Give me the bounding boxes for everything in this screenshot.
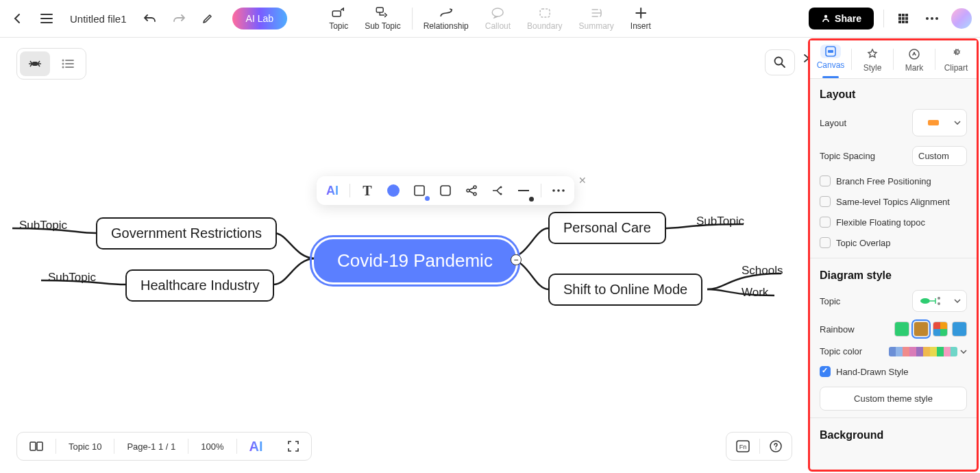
topic-style-row: Topic xyxy=(820,290,967,312)
subtopic-button[interactable]: Sub Topic xyxy=(356,3,408,34)
layout-row: Layout xyxy=(820,109,967,136)
tab-mark[interactable]: Mark xyxy=(894,40,935,78)
svg-rect-11 xyxy=(898,21,901,23)
subtopic-label[interactable]: SubTopic xyxy=(48,271,96,284)
color-palette[interactable] xyxy=(889,347,957,356)
rainbow-option-3[interactable] xyxy=(933,322,948,337)
line-style-icon[interactable] xyxy=(515,182,532,199)
insert-button[interactable]: Insert xyxy=(622,3,659,34)
collapse-toggle-icon[interactable]: − xyxy=(511,254,522,265)
spacing-row: Topic Spacing Custom xyxy=(820,146,967,166)
subtopic-label[interactable]: SubTopic xyxy=(19,219,67,232)
tab-canvas[interactable]: Canvas xyxy=(810,40,851,78)
checkbox-icon xyxy=(820,175,831,186)
check-overlap[interactable]: Topic Overlap xyxy=(820,237,967,248)
file-title[interactable]: Untitled file1 xyxy=(70,13,127,25)
help-button[interactable] xyxy=(760,433,792,460)
subtopic-work[interactable]: Work xyxy=(742,286,768,300)
layout-section-title: Layout xyxy=(820,88,967,101)
svg-point-2 xyxy=(492,8,503,16)
text-button[interactable]: T xyxy=(358,182,376,199)
topic-node-gov[interactable]: Government Restrictions xyxy=(96,217,277,250)
topic-node-personal[interactable]: Personal Care xyxy=(548,212,666,244)
svg-rect-7 xyxy=(905,14,908,16)
svg-point-45 xyxy=(775,448,776,450)
svg-point-14 xyxy=(926,17,929,20)
subtopic-label[interactable]: SubTopic xyxy=(696,215,744,228)
close-toolbar-icon[interactable]: ✕ xyxy=(578,175,587,186)
floating-toolbar: AI T ✕ xyxy=(317,176,574,205)
pages-icon[interactable] xyxy=(17,433,56,460)
ai-lab-button[interactable]: AI Lab xyxy=(232,8,287,29)
menu-icon[interactable] xyxy=(37,9,56,28)
callout-button: Callout xyxy=(477,3,519,34)
bottom-status-bar: Topic 10 Page-1 1 / 1 100% AI xyxy=(16,432,312,461)
tab-clipart[interactable]: Clipart xyxy=(935,40,977,78)
svg-rect-9 xyxy=(902,17,905,20)
svg-rect-5 xyxy=(898,14,901,16)
share-node-icon[interactable] xyxy=(463,182,480,199)
svg-point-29 xyxy=(552,189,555,192)
panel-body: Layout Layout Topic Spacing Custom Branc… xyxy=(810,79,977,459)
topic-color-row: Topic color xyxy=(820,346,967,356)
tab-style[interactable]: Style xyxy=(852,40,893,78)
check-branch-free[interactable]: Branch Free Positioning xyxy=(820,175,967,186)
chevron-down-icon xyxy=(954,299,961,303)
spacing-select[interactable]: Custom xyxy=(912,146,967,166)
topic-count[interactable]: Topic 10 xyxy=(56,433,114,460)
canvas-area[interactable]: Covid-19 Pandemic − Government Restricti… xyxy=(0,38,809,473)
svg-rect-3 xyxy=(540,9,550,17)
back-icon[interactable] xyxy=(8,9,27,28)
share-button[interactable]: Share xyxy=(809,8,874,29)
more-options-icon[interactable] xyxy=(550,182,567,199)
check-same-level[interactable]: Same-level Topics Alignment xyxy=(820,196,967,207)
topic-node-health[interactable]: Healthcare Industry xyxy=(125,269,274,302)
svg-rect-10 xyxy=(905,17,908,20)
separator xyxy=(541,184,541,197)
shape-button[interactable] xyxy=(411,182,428,199)
rainbow-option-2[interactable] xyxy=(914,322,929,337)
center-node[interactable]: Covid-19 Pandemic xyxy=(314,239,516,282)
chevron-down-icon[interactable] xyxy=(960,350,967,354)
svg-rect-33 xyxy=(828,50,833,53)
avatar[interactable] xyxy=(951,8,972,29)
check-hand-drawn[interactable]: Hand-Drawn Style xyxy=(820,366,967,377)
apps-grid-icon[interactable] xyxy=(894,9,913,28)
rainbow-option-1[interactable] xyxy=(894,322,909,337)
svg-rect-0 xyxy=(332,11,341,16)
svg-text:Fn: Fn xyxy=(739,444,747,450)
svg-point-31 xyxy=(562,189,565,192)
layout-select[interactable] xyxy=(912,109,967,136)
custom-theme-button[interactable]: Custom theme style xyxy=(820,387,967,411)
relationship-button[interactable]: Relationship xyxy=(415,3,477,34)
svg-point-30 xyxy=(557,189,560,192)
svg-point-27 xyxy=(500,186,502,189)
top-right-group: Share xyxy=(809,8,972,29)
subtopic-schools[interactable]: Schools xyxy=(742,264,783,278)
layout-thumb-icon xyxy=(918,114,947,132)
branch-icon[interactable] xyxy=(489,182,506,199)
topic-button[interactable]: Topic xyxy=(321,3,356,34)
check-flexible[interactable]: Flexible Floating topoc xyxy=(820,217,967,228)
svg-point-4 xyxy=(824,15,827,18)
more-icon[interactable] xyxy=(922,9,942,28)
fullscreen-button[interactable] xyxy=(275,433,311,460)
redo-icon[interactable] xyxy=(169,9,188,28)
zoom-level[interactable]: 100% xyxy=(188,433,236,460)
page-indicator[interactable]: Page-1 1 / 1 xyxy=(114,433,188,460)
topic-node-online[interactable]: Shift to Online Mode xyxy=(548,274,702,306)
top-left-group: Untitled file1 AI Lab xyxy=(8,8,287,29)
topic-style-select[interactable] xyxy=(912,290,967,312)
fn-button[interactable]: Fn xyxy=(726,433,759,460)
rainbow-option-4[interactable] xyxy=(952,322,967,337)
svg-point-37 xyxy=(920,298,930,304)
svg-point-36 xyxy=(955,51,957,53)
fill-color-button[interactable] xyxy=(384,182,402,199)
undo-icon[interactable] xyxy=(140,9,160,28)
border-button[interactable] xyxy=(437,182,454,199)
svg-rect-23 xyxy=(441,186,450,195)
brush-icon[interactable] xyxy=(198,9,217,28)
ai-button[interactable]: AI xyxy=(323,182,341,199)
right-panel: Canvas Style Mark Clipart Layout Layout … xyxy=(808,38,979,472)
ai-bottom-button[interactable]: AI xyxy=(237,433,275,460)
